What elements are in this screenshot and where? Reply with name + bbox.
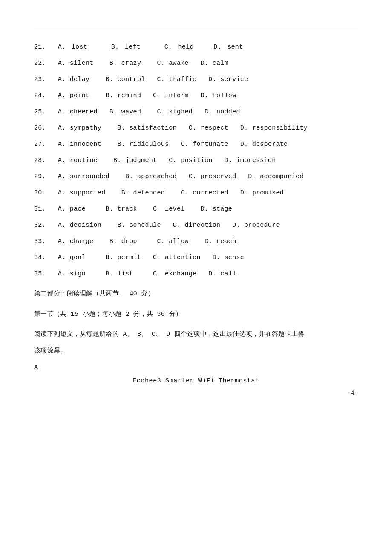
opt-d-label: D. <box>205 108 216 116</box>
list-item: 22. A. silent B. crazy C. awake D. calm <box>34 58 358 69</box>
opt-a-label: A. <box>58 108 70 116</box>
list-item: 29. A. surrounded B. approached C. prese… <box>34 172 358 182</box>
opt-b-text: list <box>117 270 149 278</box>
list-item: 28. A. routine B. judgment C. position D… <box>34 156 358 166</box>
opt-d-text: reach <box>216 238 236 245</box>
part2-heading: 第二部分：阅读理解（共两节， 40 分） <box>34 289 358 300</box>
opt-b-label: B. <box>117 124 129 132</box>
opt-b-text: waved <box>121 108 153 116</box>
opt-d-label: D. <box>208 270 220 278</box>
section-letter: A <box>34 364 358 371</box>
list-item: 33. A. charge B. drop C. allow D. reach <box>34 237 358 247</box>
opt-c-text: level <box>165 205 196 213</box>
opt-c-text: position <box>181 157 220 164</box>
question-number: 23. <box>34 76 54 83</box>
opt-d-text: procedure <box>244 222 280 229</box>
opt-b-text: track <box>117 205 149 213</box>
opt-d-text: sense <box>225 254 245 261</box>
opt-c-label: C. <box>189 124 201 132</box>
opt-b-label: B. <box>105 270 117 278</box>
opt-a-text: decision <box>70 222 113 229</box>
opt-d-text: follow <box>213 92 236 99</box>
opt-d-text: service <box>220 76 248 83</box>
question-number: 31. <box>34 205 54 213</box>
opt-a-label: A. <box>58 238 70 245</box>
section1-heading: 第一节（共 15 小题；每小题 2 分，共 30 分） <box>34 309 358 320</box>
opt-d-label: D. <box>205 238 216 245</box>
opt-a-text: pace <box>70 205 101 213</box>
opt-b-label: B. <box>125 173 137 180</box>
opt-a-label: A. <box>58 173 70 180</box>
opt-d-label: D. <box>240 124 252 132</box>
opt-c-text: traffic <box>169 76 205 83</box>
opt-d-text: promised <box>252 189 284 197</box>
opt-c-label: C. <box>181 189 193 197</box>
opt-c-text: attention <box>165 254 208 261</box>
opt-a-text: innocent <box>70 141 113 148</box>
page-number: -4- <box>347 390 358 396</box>
opt-b-text: ridiculous <box>129 141 177 148</box>
opt-b-text: remind <box>117 92 149 99</box>
opt-a-text: point <box>70 92 101 99</box>
list-item: 21. A. lost B. left C. held D. sent <box>34 42 358 52</box>
list-item: 34. A. goal B. permit C. attention D. se… <box>34 253 358 263</box>
opt-b-text: permit <box>117 254 149 261</box>
opt-d-text: call <box>220 270 236 278</box>
question-number: 24. <box>34 92 54 99</box>
opt-c-label: C. <box>173 222 185 229</box>
opt-a-label: A. <box>58 157 70 164</box>
opt-a-label: A. <box>58 270 70 278</box>
opt-a-text: goal <box>70 254 101 261</box>
opt-c-text: preserved <box>201 173 244 180</box>
question-list: 21. A. lost B. left C. held D. sent 22. … <box>34 42 358 279</box>
opt-d-label: D. <box>201 60 213 67</box>
opt-a-label: A. <box>58 189 70 197</box>
question-number: 25. <box>34 108 54 116</box>
opt-c-label: C. <box>189 173 201 180</box>
opt-d-text: nodded <box>216 108 240 116</box>
opt-d-text: responsibility <box>252 124 308 132</box>
opt-c-label: C. <box>153 270 165 278</box>
opt-a-label: A. <box>58 60 70 67</box>
list-item: 23. A. delay B. control C. traffic D. se… <box>34 75 358 85</box>
opt-b-label: B. <box>105 205 117 213</box>
opt-c-text: awake <box>169 60 196 67</box>
question-number: 30. <box>34 189 54 197</box>
list-item: 27. A. innocent B. ridiculous C. fortuna… <box>34 139 358 150</box>
page-container: 21. A. lost B. left C. held D. sent 22. … <box>0 0 392 413</box>
list-item: 35. A. sign B. list C. exchange D. call <box>34 269 358 279</box>
opt-c-text: corrected <box>193 189 236 197</box>
reading-instruction: 阅读下列短文，从每题所给的 A、 B、 C、 D 四个选项中，选出最佳选项，并在… <box>34 329 358 340</box>
opt-a-text: surrounded <box>70 173 121 180</box>
opt-b-text: control <box>117 76 153 83</box>
question-number: 27. <box>34 141 54 148</box>
opt-c-text: respect <box>201 124 236 132</box>
opt-b-label: B. <box>110 108 121 116</box>
opt-c-label: C. <box>181 141 193 148</box>
opt-b-label: B. <box>105 254 117 261</box>
question-number: 26. <box>34 124 54 132</box>
opt-d-text: sent <box>227 43 243 51</box>
opt-a-text: lost <box>72 43 107 51</box>
opt-b-label: B. <box>110 60 121 67</box>
opt-a-label: A. <box>58 43 70 51</box>
opt-a-label: A. <box>58 254 70 261</box>
list-item: 25. A. cheered B. waved C. sighed D. nod… <box>34 107 358 117</box>
opt-b-label: B. <box>117 222 129 229</box>
opt-a-label: A. <box>58 141 70 148</box>
opt-d-label: D. <box>201 205 213 213</box>
opt-c-label: C. <box>157 60 169 67</box>
opt-d-label: D. <box>232 222 244 229</box>
opt-c-label: C. <box>164 43 176 51</box>
opt-c-label: C. <box>153 92 165 99</box>
opt-a-text: sign <box>70 270 101 278</box>
opt-a-label: A. <box>58 76 70 83</box>
opt-c-label: C. <box>153 205 165 213</box>
opt-b-label: B. <box>121 189 133 197</box>
opt-c-text: direction <box>185 222 228 229</box>
opt-b-text: drop <box>121 238 153 245</box>
opt-b-text: defended <box>133 189 177 197</box>
opt-b-label: B. <box>113 157 125 164</box>
opt-d-label: D. <box>208 76 220 83</box>
opt-b-text: satisfaction <box>129 124 184 132</box>
